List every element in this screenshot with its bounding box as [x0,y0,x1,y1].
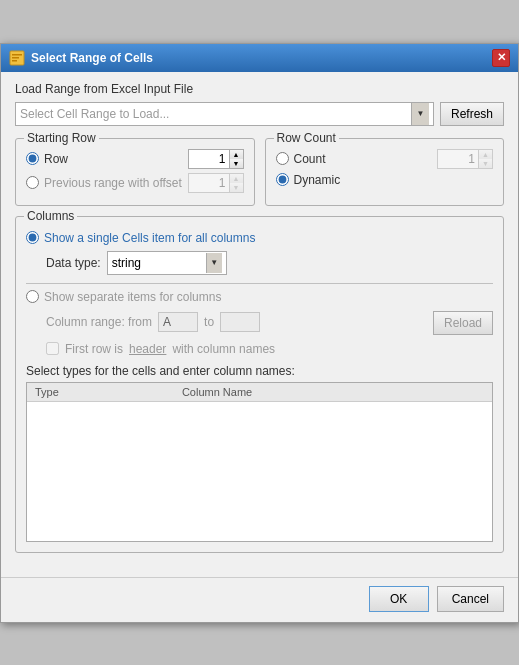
reload-button[interactable]: Reload [433,311,493,335]
dialog-body: Load Range from Excel Input File Select … [1,72,518,577]
prev-range-label: Previous range with offset [44,176,182,190]
prev-range-radio-row: Previous range with offset ▲ ▼ [26,173,244,193]
starting-row-title: Starting Row [24,131,99,145]
row-spinner[interactable]: ▲ ▼ [188,149,244,169]
separate-items-label: Show separate items for columns [44,290,221,304]
bottom-bar: OK Cancel [1,577,518,622]
dynamic-label: Dynamic [294,173,341,187]
types-table-container: Type Column Name [26,382,493,542]
count-value [438,150,478,168]
title-bar: Select Range of Cells ✕ [1,44,518,72]
separate-items-radio-row: Show separate items for columns [26,290,493,304]
count-spin-down: ▼ [479,159,492,168]
col-header-type: Type [27,383,174,402]
prev-range-spinner: ▲ ▼ [188,173,244,193]
starting-row-group: Starting Row Row ▲ ▼ [15,138,255,206]
columns-group: Columns Show a single Cells item for all… [15,216,504,553]
count-spinner: ▲ ▼ [437,149,493,169]
svg-rect-3 [12,60,17,62]
row-label: Row [44,152,68,166]
load-range-label: Load Range from Excel Input File [15,82,504,96]
row-spinner-arrows: ▲ ▼ [229,150,243,168]
count-radio[interactable] [276,152,289,165]
svg-rect-2 [12,57,19,59]
cancel-button[interactable]: Cancel [437,586,504,612]
row-count-title: Row Count [274,131,339,145]
load-range-row: Select Cell Range to Load... ▼ Refresh [15,102,504,126]
col-from-input[interactable] [158,312,198,332]
data-type-value: string [112,256,141,270]
columns-title: Columns [24,209,77,223]
data-type-select[interactable]: string ▼ [107,251,227,275]
header-row: First row is header with column names [46,342,493,356]
col-range-row: Column range: from to [46,312,260,332]
row-spin-down[interactable]: ▼ [230,159,243,168]
row-spin-up[interactable]: ▲ [230,150,243,159]
types-section: Select types for the cells and enter col… [26,364,493,542]
prev-range-value [189,174,229,192]
dialog-window: Select Range of Cells ✕ Load Range from … [0,43,519,623]
single-cells-radio-row: Show a single Cells item for all columns [26,231,493,245]
cell-range-combo[interactable]: Select Cell Range to Load... ▼ [15,102,434,126]
row-radio-row: Row ▲ ▼ [26,149,244,169]
row-value[interactable] [189,150,229,168]
col-to-input[interactable] [220,312,260,332]
title-text: Select Range of Cells [31,51,153,65]
count-spin-up: ▲ [479,150,492,159]
row-radio[interactable] [26,152,39,165]
combo-arrow-icon[interactable]: ▼ [411,103,429,125]
dynamic-radio-row: Dynamic [276,173,494,187]
col-header-name: Column Name [174,383,492,402]
header-label-after: with column names [172,342,275,356]
close-button[interactable]: ✕ [492,49,510,67]
data-type-label: Data type: [46,256,101,270]
single-cells-radio[interactable] [26,231,39,244]
separate-items-radio[interactable] [26,290,39,303]
count-radio-row: Count ▲ ▼ [276,149,494,169]
count-label: Count [294,152,326,166]
prev-range-radio[interactable] [26,176,39,189]
row-settings-row: Starting Row Row ▲ ▼ [15,138,504,206]
row-count-group: Row Count Count ▲ ▼ [265,138,505,206]
separator [26,283,493,284]
combo-placeholder: Select Cell Range to Load... [20,107,169,121]
title-bar-left: Select Range of Cells [9,50,153,66]
data-type-row: Data type: string ▼ [46,251,493,275]
header-label-before: First row is [65,342,123,356]
prev-range-spin-down: ▼ [230,183,243,192]
svg-rect-1 [12,54,22,56]
prev-range-spin-up: ▲ [230,174,243,183]
types-label: Select types for the cells and enter col… [26,364,493,378]
single-cells-label: Show a single Cells item for all columns [44,231,255,245]
dynamic-radio[interactable] [276,173,289,186]
types-table: Type Column Name [27,383,492,402]
col-to-label: to [204,315,214,329]
header-underline: header [129,342,166,356]
dialog-icon [9,50,25,66]
count-spinner-arrows: ▲ ▼ [478,150,492,168]
refresh-button[interactable]: Refresh [440,102,504,126]
prev-range-arrows: ▲ ▼ [229,174,243,192]
col-range-label: Column range: from [46,315,152,329]
header-checkbox[interactable] [46,342,59,355]
data-type-arrow-icon[interactable]: ▼ [206,253,222,273]
ok-button[interactable]: OK [369,586,429,612]
